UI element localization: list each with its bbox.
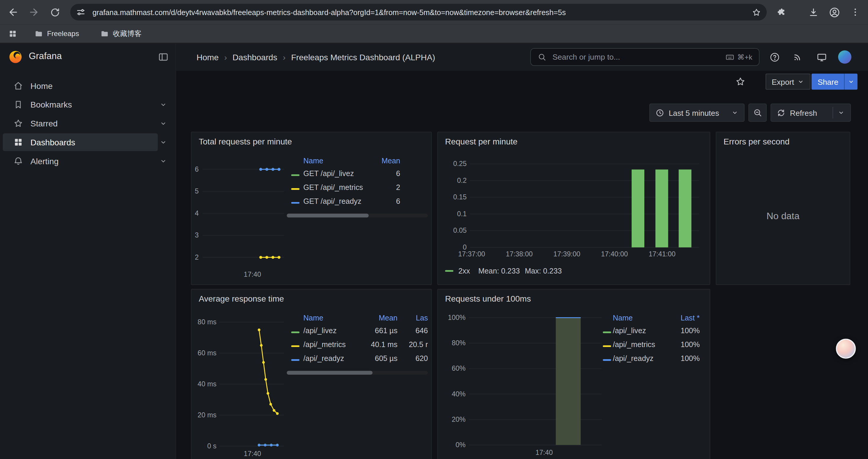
export-button[interactable]: Export <box>766 73 811 90</box>
sidebar-toggle-icon[interactable] <box>157 51 170 64</box>
legend-series-name[interactable]: 2xx <box>458 267 470 275</box>
panel-title[interactable]: Average response time <box>199 294 284 303</box>
series-color-dash <box>291 345 300 347</box>
sidebar: Grafana HomeBookmarksStarredDashboardsAl… <box>0 43 176 459</box>
bookmark-items: Freeleaps收藏博客 <box>31 27 159 40</box>
apps-grid-icon[interactable] <box>6 26 20 41</box>
chevron-down-icon[interactable] <box>159 120 167 127</box>
legend-column-header[interactable]: Mean <box>366 314 397 322</box>
brand-title: Grafana <box>29 51 62 61</box>
legend-column-header[interactable]: Name <box>303 156 370 165</box>
legend-series-name[interactable]: GET /api/_readyz <box>303 197 370 205</box>
grafana-logo-icon[interactable] <box>8 50 23 64</box>
legend-scrollbar[interactable] <box>287 214 428 218</box>
refresh-interval-chevron-icon[interactable] <box>838 109 845 116</box>
legend-series-name[interactable]: /api/_readyz <box>613 354 668 362</box>
scrollbar-thumb[interactable] <box>287 214 369 218</box>
panel-title[interactable]: Total requests per minute <box>199 137 292 146</box>
legend-row: /api/_readyz100% <box>598 352 700 365</box>
news-rss-icon[interactable] <box>790 49 805 65</box>
sidebar-item-alerting[interactable]: Alerting <box>0 152 176 170</box>
share-label[interactable]: Share <box>812 73 844 90</box>
site-controls-icon[interactable] <box>76 7 86 17</box>
breadcrumb-item[interactable]: Dashboards <box>232 52 277 62</box>
search-box[interactable]: ⌘+k <box>530 48 760 66</box>
breadcrumb-item[interactable]: Home <box>196 52 219 62</box>
app-header: Home›Dashboards›Freeleaps Metrics Dashbo… <box>176 43 868 71</box>
svg-text:0 s: 0 s <box>207 442 216 450</box>
forward-icon[interactable] <box>26 4 41 20</box>
favorite-star-icon[interactable] <box>733 74 747 89</box>
zoom-out-icon <box>753 108 762 117</box>
bookmark-star-icon[interactable] <box>750 6 762 18</box>
legend-column-header[interactable]: Last * <box>668 314 700 322</box>
bookmark-item[interactable]: 收藏博客 <box>97 27 145 40</box>
sidebar-item-label: Bookmarks <box>30 100 72 109</box>
breadcrumb-separator: › <box>224 52 227 62</box>
profile-icon[interactable] <box>826 4 842 20</box>
legend-series-name[interactable]: /api/_livez <box>303 326 367 335</box>
search-input[interactable] <box>551 52 725 62</box>
legend-series-name[interactable]: /api/_metrics <box>613 340 668 349</box>
chevron-down-icon <box>731 109 738 116</box>
breadcrumb: Home›Dashboards›Freeleaps Metrics Dashbo… <box>196 43 435 71</box>
legend-column-header[interactable]: Name <box>303 314 367 322</box>
share-menu-chevron-icon[interactable] <box>844 73 858 90</box>
address-bar[interactable] <box>70 4 767 21</box>
bookmark-item[interactable]: Freeleaps <box>31 27 83 40</box>
legend-series-name[interactable]: /api/_metrics <box>303 340 367 349</box>
legend-series-name[interactable]: GET /api/_metrics <box>303 183 370 191</box>
bar-chart[interactable]: 0.250.20.150.10.05017:37:0017:38:0017:39… <box>438 132 710 285</box>
extensions-icon[interactable] <box>774 4 789 20</box>
browser-menu-icon[interactable] <box>848 4 863 20</box>
sidebar-item-bookmarks[interactable]: Bookmarks <box>0 95 176 114</box>
reload-icon[interactable] <box>47 4 62 20</box>
scrollbar-thumb[interactable] <box>287 371 373 374</box>
svg-text:0.05: 0.05 <box>453 227 467 234</box>
home-icon <box>13 81 23 91</box>
legend-series-name[interactable]: /api/_readyz <box>303 354 367 362</box>
sidebar-item-home[interactable]: Home <box>0 76 176 95</box>
zoom-out-button[interactable] <box>748 103 767 122</box>
legend-value: 646 <box>397 326 428 335</box>
svg-text:17:41:00: 17:41:00 <box>649 250 675 258</box>
legend-header: NameMeanLas <box>287 312 428 324</box>
legend-column-header[interactable]: Name <box>613 314 668 322</box>
svg-text:0.25: 0.25 <box>453 160 467 167</box>
legend-scrollbar[interactable] <box>287 371 428 374</box>
assistant-avatar-button[interactable] <box>836 339 856 359</box>
sidebar-item-starred[interactable]: Starred <box>0 114 176 133</box>
breadcrumb-item[interactable]: Freeleaps Metrics Dashboard (ALPHA) <box>291 52 435 62</box>
screen: Freeleaps收藏博客 Grafana HomeBook <box>0 0 868 459</box>
legend-value: 661 µs <box>366 326 397 335</box>
sidebar-item-dashboards[interactable]: Dashboards <box>0 133 176 152</box>
grafana-app: Grafana HomeBookmarksStarredDashboardsAl… <box>0 43 868 459</box>
monitor-icon[interactable] <box>814 49 829 65</box>
panel-title[interactable]: Request per minute <box>445 137 517 146</box>
svg-text:60%: 60% <box>452 364 466 372</box>
help-icon[interactable] <box>767 49 782 65</box>
export-label: Export <box>772 77 794 86</box>
back-icon[interactable] <box>6 4 21 20</box>
sidebar-item-label: Dashboards <box>30 138 75 147</box>
panel-title[interactable]: Errors per second <box>723 137 789 146</box>
downloads-icon[interactable] <box>805 4 821 20</box>
legend-series-name[interactable]: GET /api/_livez <box>303 169 370 177</box>
series-color-dash <box>291 359 300 361</box>
chevron-down-icon[interactable] <box>159 138 167 146</box>
legend-series-name[interactable]: /api/_livez <box>613 326 668 335</box>
legend-column-header[interactable]: Las <box>397 314 428 322</box>
user-avatar[interactable] <box>838 51 851 64</box>
chevron-down-icon[interactable] <box>159 101 167 108</box>
refresh-label: Refresh <box>790 108 817 117</box>
url-input[interactable] <box>91 7 745 17</box>
legend-value: 100% <box>668 340 700 349</box>
svg-text:40 ms: 40 ms <box>198 380 217 388</box>
panel-title[interactable]: Requests under 100ms <box>445 294 531 303</box>
chevron-down-icon[interactable] <box>159 157 167 165</box>
time-range-picker[interactable]: Last 5 minutes <box>649 103 745 122</box>
legend-column-header[interactable]: Mean <box>370 156 400 165</box>
bookmark-icon <box>13 100 23 109</box>
refresh-button[interactable]: Refresh <box>771 103 851 122</box>
share-button[interactable]: Share <box>812 73 858 90</box>
